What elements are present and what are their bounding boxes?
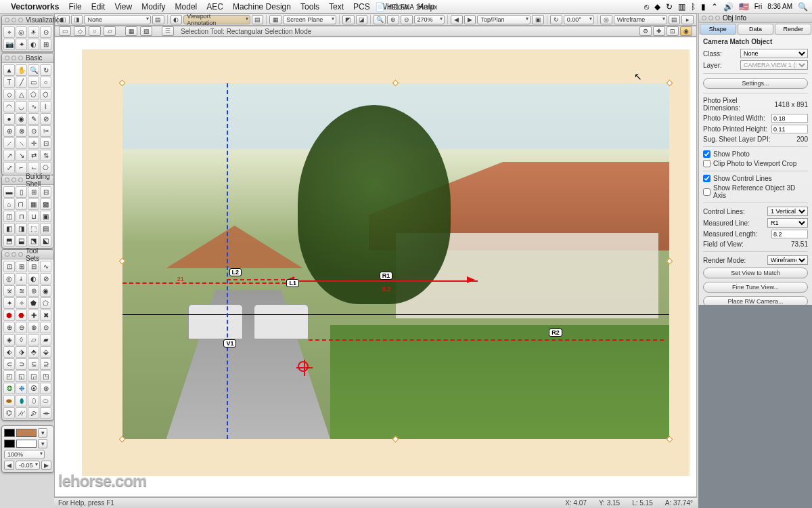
tool-icon[interactable]: ⊕	[3, 322, 15, 333]
tool-icon[interactable]: ⊆	[28, 358, 39, 370]
tool-icon[interactable]: ⌭	[16, 407, 27, 419]
tool-icon[interactable]: ⊓	[16, 211, 27, 222]
sel-mode-btn[interactable]: ▭	[59, 26, 71, 36]
pen-swatch[interactable]	[4, 440, 15, 448]
vertical-line[interactable]	[227, 83, 228, 439]
tool-icon[interactable]: ≋	[16, 285, 27, 297]
menu-file[interactable]: File	[68, 2, 81, 12]
node-l1[interactable]: L1	[286, 279, 299, 287]
tool-icon[interactable]: ⌇	[40, 101, 51, 112]
toolbar-btn[interactable]: ◪	[356, 15, 368, 24]
menu-view[interactable]: View	[114, 2, 132, 12]
tab-shape[interactable]: Shape	[700, 24, 736, 35]
tool-icon[interactable]: ◫	[3, 211, 15, 222]
tool-icon[interactable]: ⬖	[3, 346, 15, 358]
tool-icon[interactable]: ⬭	[40, 395, 51, 406]
tool-icon[interactable]: ⊗	[16, 125, 27, 137]
menu-tools[interactable]: Tools	[300, 2, 319, 12]
tool-icon[interactable]: ⬬	[3, 395, 15, 406]
zoom-btn[interactable]: 🔍	[374, 15, 386, 24]
tool-icon[interactable]: ✛	[28, 137, 39, 149]
palette-attributes[interactable]: ▾ ▾ 100% ◀-0.05▶	[1, 425, 54, 473]
toolbar-btn[interactable]: ▤	[252, 15, 264, 24]
tool-icon[interactable]: ⬗	[16, 346, 27, 358]
tool-icon[interactable]: ◉	[40, 285, 51, 297]
angle-dropdown[interactable]: 0.00°	[564, 15, 595, 24]
tool-icon[interactable]: ↘	[16, 150, 27, 161]
tool-icon[interactable]: ⌯	[40, 407, 51, 419]
tool-door-icon[interactable]: ▯	[16, 186, 27, 198]
tool-icon[interactable]: ⌮	[28, 407, 39, 419]
flag-icon[interactable]: 🇺🇸	[739, 2, 749, 12]
class-dropdown[interactable]: None	[84, 15, 150, 24]
tool-icon[interactable]: ⬕	[40, 235, 51, 247]
tool-icon[interactable]: ⬠	[40, 297, 51, 309]
tool-icon[interactable]: ✦	[16, 39, 27, 50]
clip-photo-checkbox[interactable]	[703, 160, 710, 167]
menu-app[interactable]: Vectorworks	[11, 2, 59, 12]
tool-icon[interactable]: ⊡	[40, 137, 51, 149]
rm-select[interactable]: Wireframe	[767, 255, 808, 265]
tool-icon[interactable]: 📷	[3, 39, 15, 50]
render-btn[interactable]: ◎	[600, 15, 612, 24]
show-control-checkbox[interactable]	[703, 175, 710, 182]
class-select[interactable]: None	[740, 49, 808, 58]
view-prev-btn[interactable]: ◀	[451, 15, 463, 24]
tool-icon[interactable]: ◐	[28, 273, 39, 284]
ph-input[interactable]	[771, 125, 808, 133]
tool-icon[interactable]: ⊙	[40, 26, 51, 38]
dropbox-icon[interactable]: ◆	[654, 2, 660, 12]
tool-icon[interactable]: ⊛	[40, 383, 51, 394]
tool-icon[interactable]: ◰	[3, 371, 15, 382]
tool-icon[interactable]: ⦿	[28, 383, 39, 394]
origin-target-icon[interactable]	[298, 361, 309, 372]
tool-icon[interactable]: ⫰	[16, 273, 27, 284]
view-dropdown[interactable]: Top/Plan	[477, 15, 531, 24]
wifi-icon[interactable]: ⌃	[711, 2, 718, 12]
sel-mode-btn[interactable]: ▦	[125, 26, 137, 36]
tool-icon[interactable]: ⬟	[28, 297, 39, 309]
mode-dropdown[interactable]: Viewport Annotation	[183, 15, 250, 24]
tool-icon[interactable]: ⬯	[28, 395, 39, 406]
spotlight-icon[interactable]: 🔍	[798, 2, 808, 12]
tool-icon[interactable]: ⬢	[3, 310, 15, 321]
tool-icon[interactable]: ⬡	[40, 89, 51, 100]
tool-icon[interactable]: ▱	[28, 334, 39, 345]
fill-swatch[interactable]	[4, 429, 15, 437]
tool-icon[interactable]: ⇄	[28, 150, 39, 161]
tool-icon[interactable]: ◲	[28, 371, 39, 382]
menu-pcs[interactable]: PCS	[353, 2, 370, 12]
menu-text[interactable]: Text	[329, 2, 344, 12]
r1-line[interactable]	[286, 280, 478, 282]
horizon-line[interactable]	[122, 314, 669, 315]
tool-icon[interactable]: ⇅	[40, 150, 51, 161]
tool-icon[interactable]: ◇	[3, 89, 15, 100]
tool-oval-icon[interactable]: ○	[40, 77, 51, 88]
tool-icon[interactable]: ◎	[16, 26, 27, 38]
fill-menu-icon[interactable]: ▾	[38, 428, 47, 438]
sel-mode-btn[interactable]: ○	[89, 26, 101, 36]
toolbar-btn[interactable]: ▤	[669, 15, 681, 24]
tool-icon[interactable]: ◧	[3, 223, 15, 234]
tool-icon[interactable]: ⊂	[3, 358, 15, 370]
tool-icon[interactable]: ⬮	[16, 395, 27, 406]
tool-icon[interactable]: ⬣	[16, 310, 27, 321]
r2-line[interactable]	[309, 339, 664, 341]
tool-icon[interactable]: ✚	[28, 310, 39, 321]
tool-rect-icon[interactable]: ▭	[28, 77, 39, 88]
tool-icon[interactable]: ⊖	[16, 322, 27, 333]
tool-icon[interactable]: ◈	[3, 334, 15, 345]
tool-icon[interactable]: ⊃	[16, 358, 27, 370]
tool-icon[interactable]: ◊	[16, 334, 27, 345]
layer-select[interactable]: CAMERA VIEW 1 (Sheet Title)	[740, 60, 808, 70]
sel-mode-btn[interactable]: ▱	[104, 26, 116, 36]
show-ref-check[interactable]: Show Reference Object 3D Axis	[703, 184, 808, 199]
tool-pan-icon[interactable]: ✋	[16, 64, 27, 76]
tool-icon[interactable]: ⌖	[3, 26, 15, 38]
battery-icon[interactable]: ▮	[701, 2, 706, 12]
set-view-button[interactable]: Set View to Match	[703, 268, 808, 278]
clip-photo-check[interactable]: Clip Photo to Viewport Crop	[703, 160, 808, 167]
zoom-dropdown[interactable]: 270%	[414, 15, 445, 24]
show-photo-checkbox[interactable]	[703, 150, 710, 158]
tool-line-icon[interactable]: ╱	[16, 77, 27, 88]
